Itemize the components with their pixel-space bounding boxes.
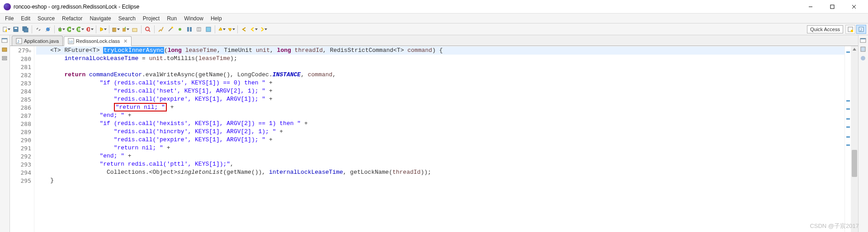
menu-window[interactable]: Window (180, 14, 207, 23)
scroll-up-icon[interactable] (851, 46, 858, 52)
skip-breakpoints-button[interactable] (43, 25, 52, 34)
svg-rect-45 (2, 38, 7, 39)
tab-label: RedissonLock.class (76, 38, 120, 44)
editor-area: J Application.java 10 RedissonLock.class… (10, 35, 858, 232)
filter-button[interactable] (204, 25, 213, 34)
svg-point-28 (146, 27, 149, 31)
menu-edit[interactable]: Edit (17, 14, 34, 23)
restore-view-icon[interactable] (1, 37, 9, 44)
close-button[interactable] (844, 0, 864, 14)
svg-point-57 (861, 56, 865, 60)
menu-help[interactable]: Help (207, 14, 226, 23)
svg-marker-53 (853, 48, 856, 51)
perspective-switcher: J (845, 25, 866, 34)
new-class-button[interactable] (121, 25, 130, 34)
svg-rect-19 (78, 28, 79, 31)
window-title: roncoo-eshop - org.redisson.RedissonLock… (14, 4, 800, 10)
save-button[interactable] (11, 25, 20, 34)
svg-line-14 (58, 28, 59, 29)
quick-access-field[interactable]: Quick Access (807, 25, 843, 33)
java-perspective-button[interactable]: J (856, 25, 866, 34)
svg-rect-22 (88, 28, 89, 31)
svg-marker-38 (219, 28, 222, 30)
svg-rect-56 (861, 47, 865, 51)
tab-application-java[interactable]: J Application.java (12, 36, 63, 46)
run-last-button[interactable] (98, 25, 107, 34)
svg-rect-37 (206, 27, 211, 32)
open-type-button[interactable] (130, 25, 139, 34)
svg-rect-48 (2, 59, 7, 60)
close-tab-icon[interactable]: ✕ (123, 38, 127, 44)
maximize-button[interactable] (822, 0, 843, 14)
toolbar: Quick Access J (0, 23, 868, 35)
debug-button[interactable] (57, 25, 66, 34)
left-trim (0, 35, 10, 232)
svg-text:10: 10 (69, 40, 73, 44)
vertical-scrollbar[interactable] (851, 46, 858, 232)
new-package-button[interactable] (111, 25, 120, 34)
main-area: J Application.java 10 RedissonLock.class… (0, 35, 868, 232)
save-all-button[interactable] (21, 25, 30, 34)
overview-ruler[interactable] (844, 46, 851, 232)
menu-refactor[interactable]: Refactor (58, 14, 86, 23)
forward-button[interactable] (259, 25, 268, 34)
right-trim (858, 35, 868, 232)
last-edit-button[interactable] (240, 25, 249, 34)
svg-line-29 (149, 30, 150, 32)
svg-point-31 (171, 27, 173, 28)
menu-run[interactable]: Run (163, 14, 180, 23)
svg-marker-23 (100, 28, 103, 31)
code-container: 279⊖280281282283284285286287288289290291… (10, 46, 858, 232)
external-tools-button[interactable] (85, 25, 94, 34)
next-annotation-button[interactable] (226, 25, 236, 34)
scroll-thumb[interactable] (852, 150, 857, 177)
window-controls (800, 0, 864, 14)
marker-bar[interactable] (10, 46, 17, 232)
minimize-button[interactable] (800, 0, 821, 14)
new-button[interactable] (2, 25, 11, 34)
coverage-button[interactable] (75, 25, 85, 34)
svg-rect-46 (2, 48, 7, 51)
search-button[interactable] (143, 25, 152, 34)
open-perspective-button[interactable] (845, 25, 855, 34)
svg-rect-34 (190, 27, 192, 32)
task-list-icon[interactable] (860, 46, 867, 53)
menu-bar: File Edit Source Refactor Navigate Searc… (0, 14, 868, 23)
link-button[interactable] (34, 25, 43, 34)
svg-rect-47 (2, 56, 7, 58)
prev-annotation-button[interactable] (217, 25, 226, 34)
editor-tabs: J Application.java 10 RedissonLock.class… (10, 35, 858, 46)
line-number-ruler[interactable]: 279⊖280281282283284285286287288289290291… (17, 46, 34, 232)
menu-navigate[interactable]: Navigate (86, 14, 114, 23)
java-file-icon: J (16, 38, 22, 44)
tab-redisson-lock[interactable]: 10 RedissonLock.class ✕ (64, 36, 132, 46)
svg-rect-20 (80, 28, 80, 31)
svg-text:J: J (860, 28, 862, 32)
servers-icon[interactable] (1, 55, 9, 62)
toggle-mark-button[interactable] (156, 25, 165, 34)
package-explorer-icon[interactable] (1, 46, 9, 53)
svg-rect-24 (113, 28, 116, 32)
restore-view-right-icon[interactable] (860, 37, 867, 44)
svg-point-32 (179, 28, 181, 31)
title-bar: roncoo-eshop - org.redisson.RedissonLock… (0, 0, 868, 14)
source-editor[interactable]: <T> RFuture<T> tryLockInnerAsync(long le… (34, 46, 844, 232)
tab-label: Application.java (24, 38, 59, 44)
bookmark-button[interactable] (175, 25, 184, 34)
pin-button[interactable] (194, 25, 203, 34)
wand-button[interactable] (166, 25, 175, 34)
svg-rect-27 (132, 28, 137, 32)
svg-rect-41 (851, 30, 853, 32)
menu-project[interactable]: Project (139, 14, 163, 23)
svg-rect-7 (14, 28, 17, 29)
eclipse-icon (4, 3, 11, 10)
back-button[interactable] (249, 25, 258, 34)
menu-search[interactable]: Search (115, 14, 139, 23)
run-button[interactable] (66, 25, 75, 34)
svg-rect-55 (860, 38, 866, 39)
outline-view-icon[interactable] (860, 55, 867, 62)
outline-button[interactable] (185, 25, 194, 34)
menu-source[interactable]: Source (34, 14, 58, 23)
svg-rect-9 (24, 28, 28, 32)
menu-file[interactable]: File (1, 14, 17, 23)
